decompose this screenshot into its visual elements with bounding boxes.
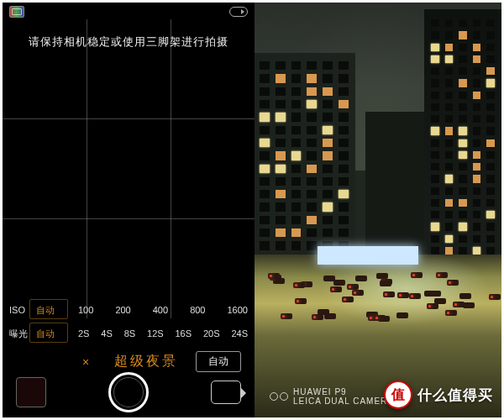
traffic (255, 271, 501, 330)
exposure-row[interactable]: 曝光 自动 2S 4S 8S 12S 16S 20S 24S (9, 322, 248, 345)
camera-watermark: HUAWEI P9 LEICA DUAL CAMERA (270, 387, 394, 406)
smzdm-text: 什么值得买 (417, 386, 493, 405)
smzdm-overlay: 值 什么值得买 (384, 381, 493, 409)
grid-line (87, 19, 87, 318)
iso-option[interactable]: 400 (153, 305, 168, 315)
close-mode-icon[interactable]: × (82, 355, 89, 369)
leica-logo-icon (270, 392, 288, 401)
grid-line (3, 218, 255, 219)
watermark-text: HUAWEI P9 LEICA DUAL CAMERA (293, 387, 394, 406)
iso-option[interactable]: 800 (190, 305, 205, 315)
color-filter-icon[interactable] (9, 6, 24, 18)
exposure-option[interactable]: 20S (203, 328, 220, 339)
iso-option[interactable]: 100 (78, 305, 93, 315)
exposure-options[interactable]: 2S 4S 8S 12S 16S 20S 24S (68, 328, 248, 339)
camera-screenshot: 请保持相机稳定或使用三脚架进行拍摄 ISO 自动 100 200 400 800… (3, 3, 255, 417)
auto-button[interactable]: 自动 (196, 351, 241, 372)
lens-name: LEICA DUAL CAMERA (293, 396, 394, 406)
camera-bottom-bar (3, 372, 255, 412)
iso-auto-value[interactable]: 自动 (34, 304, 68, 317)
grid-line (3, 118, 255, 119)
iso-option[interactable]: 200 (115, 305, 130, 315)
exposure-option[interactable]: 8S (124, 328, 135, 339)
exposure-option[interactable]: 4S (101, 328, 112, 339)
viewfinder[interactable] (3, 3, 255, 318)
shutter-button[interactable] (108, 372, 149, 412)
exposure-option[interactable]: 16S (175, 328, 192, 339)
video-mode-icon[interactable] (211, 381, 241, 404)
building (365, 112, 424, 255)
gallery-thumbnail[interactable] (16, 377, 46, 407)
manual-settings: ISO 自动 100 200 400 800 1600 曝光 自动 2S 4S … (3, 298, 255, 345)
exposure-option[interactable]: 2S (78, 328, 89, 339)
sample-photo: HUAWEI P9 LEICA DUAL CAMERA 值 什么值得买 (255, 3, 501, 417)
switch-camera-icon[interactable] (229, 7, 248, 17)
smzdm-badge-icon: 值 (384, 381, 412, 409)
mode-title[interactable]: 超级夜景 (114, 353, 178, 370)
image-container: 请保持相机稳定或使用三脚架进行拍摄 ISO 自动 100 200 400 800… (0, 0, 504, 420)
exposure-option[interactable]: 12S (147, 328, 164, 339)
grid-line (171, 19, 171, 318)
iso-option[interactable]: 1600 (228, 305, 248, 315)
iso-options[interactable]: 100 200 400 800 1600 (68, 305, 248, 315)
device-name: HUAWEI P9 (293, 387, 394, 396)
shop-lights (318, 246, 418, 265)
building-windows (260, 61, 349, 263)
exposure-option[interactable]: 24S (231, 328, 248, 339)
iso-row[interactable]: ISO 自动 100 200 400 800 1600 (9, 298, 248, 322)
night-city-photo: HUAWEI P9 LEICA DUAL CAMERA 值 什么值得买 (255, 3, 501, 417)
exposure-auto-value[interactable]: 自动 (34, 328, 68, 340)
mode-bar: × 超级夜景 自动 (3, 353, 255, 370)
building-windows (431, 19, 495, 255)
